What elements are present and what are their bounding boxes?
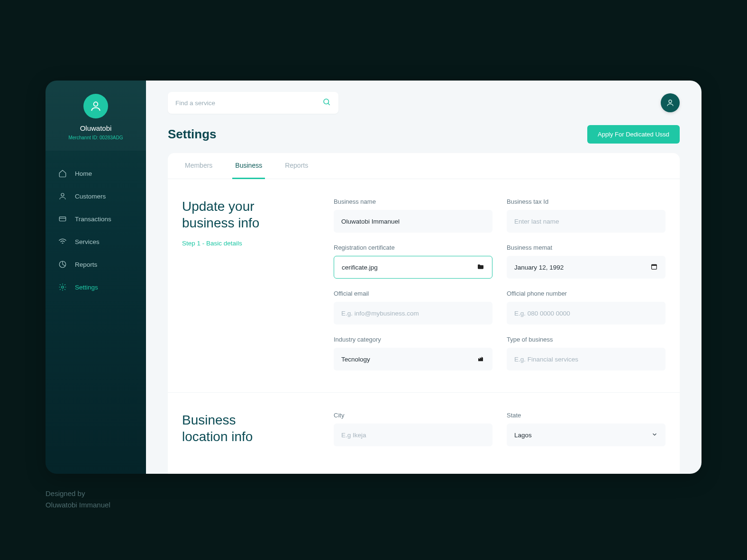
field-email: Official email (334, 290, 492, 325)
design-credit: Designed by Oluwatobi Immanuel (46, 488, 110, 511)
gear-icon (58, 282, 67, 292)
field-industry: Industry category Tecnology (334, 336, 492, 370)
sidebar-item-settings[interactable]: Settings (46, 276, 146, 298)
tab-members[interactable]: Members (182, 153, 215, 179)
tax-id-input[interactable] (507, 210, 665, 233)
field-label: Industry category (334, 336, 492, 343)
date-value: January 12, 1992 (514, 264, 650, 271)
tab-reports[interactable]: Reports (282, 153, 311, 179)
svg-point-6 (324, 99, 329, 104)
sidebar-item-home[interactable]: Home (46, 162, 146, 185)
home-icon (58, 169, 67, 178)
email-input[interactable] (334, 302, 492, 325)
section-location-info: Business location info City State (168, 393, 680, 468)
user-icon (58, 191, 67, 201)
app-window: Oluwatobi Merchannt ID: 00283ADG Home Cu… (46, 81, 701, 474)
svg-line-7 (328, 103, 330, 105)
sidebar-item-reports[interactable]: Reports (46, 253, 146, 276)
sidebar-item-label: Customers (75, 193, 106, 200)
profile-name: Oluwatobi (46, 124, 146, 132)
svg-rect-2 (59, 217, 66, 221)
chevron-down-icon (651, 431, 658, 439)
section-title-line: Update your (182, 199, 255, 214)
section-header: Update your business info Step 1 - Basic… (182, 198, 315, 370)
svg-point-0 (94, 102, 98, 106)
apply-ussd-button[interactable]: Apply For Dedicated Ussd (587, 125, 680, 144)
field-reg-cert: Registration certificate cerificate.jpg (334, 244, 492, 279)
section-business-info: Update your business info Step 1 - Basic… (168, 179, 680, 393)
text-input[interactable] (341, 432, 485, 439)
field-label: Business name (334, 198, 492, 205)
sidebar: Oluwatobi Merchannt ID: 00283ADG Home Cu… (46, 81, 146, 474)
section-step: Step 1 - Basic details (182, 240, 315, 247)
sidebar-item-services[interactable]: Services (46, 230, 146, 253)
section-header: Business location info (182, 412, 315, 446)
section-title-line: business info (182, 216, 259, 230)
industry-icon (477, 355, 485, 364)
field-city: City (334, 412, 492, 446)
field-label: Type of business (507, 336, 665, 343)
folder-icon (477, 263, 484, 272)
tab-business[interactable]: Business (232, 153, 265, 179)
field-business-name: Business name (334, 198, 492, 233)
sidebar-nav: Home Customers Transactions Services Rep… (46, 151, 146, 310)
calendar-icon (650, 263, 658, 272)
user-icon (90, 100, 102, 112)
field-label: Business memat (507, 244, 665, 251)
wifi-icon (58, 237, 67, 246)
user-icon (666, 99, 674, 107)
text-input[interactable] (514, 310, 658, 317)
search-box[interactable] (168, 92, 338, 114)
settings-card: Members Business Reports Update your bus… (168, 153, 680, 474)
sidebar-item-label: Home (75, 170, 92, 177)
svg-point-1 (61, 193, 64, 196)
form-grid: Business name Business tax Id Registrati… (334, 198, 665, 370)
phone-input[interactable] (507, 302, 665, 325)
svg-point-8 (669, 100, 672, 103)
section-title-line: Business (182, 413, 236, 427)
sidebar-item-label: Reports (75, 261, 97, 268)
industry-value: Tecnology (341, 356, 477, 363)
text-input[interactable] (514, 218, 658, 225)
city-input[interactable] (334, 424, 492, 446)
sidebar-item-label: Settings (75, 284, 98, 291)
form-grid: City State Lagos (334, 412, 665, 446)
avatar[interactable] (83, 94, 108, 118)
field-label: City (334, 412, 492, 419)
credit-line: Oluwatobi Immanuel (46, 499, 110, 511)
sidebar-item-transactions[interactable]: Transactions (46, 208, 146, 230)
page-title: Settings (168, 127, 217, 142)
title-row: Settings Apply For Dedicated Ussd (146, 114, 701, 153)
field-label: State (507, 412, 665, 419)
field-label: Official email (334, 290, 492, 297)
state-select[interactable]: Lagos (507, 424, 665, 446)
business-name-input[interactable] (334, 210, 492, 233)
field-phone: Official phone number (507, 290, 665, 325)
search-input[interactable] (175, 99, 322, 107)
text-input[interactable] (514, 356, 658, 363)
svg-point-5 (62, 286, 64, 289)
field-label: Business tax Id (507, 198, 665, 205)
search-icon (322, 98, 331, 108)
card-icon (58, 214, 67, 224)
field-memat: Business memat January 12, 1992 (507, 244, 665, 279)
memat-input[interactable]: January 12, 1992 (507, 256, 665, 279)
reg-cert-input[interactable]: cerificate.jpg (334, 256, 492, 279)
section-title: Business location info (182, 412, 315, 445)
sidebar-item-customers[interactable]: Customers (46, 185, 146, 208)
text-input[interactable] (341, 310, 485, 317)
industry-input[interactable]: Tecnology (334, 348, 492, 370)
field-state: State Lagos (507, 412, 665, 446)
field-label: Official phone number (507, 290, 665, 297)
merchant-id: Merchannt ID: 00283ADG (46, 135, 146, 140)
section-title-line: location info (182, 429, 253, 444)
select-value: Lagos (514, 432, 651, 439)
sidebar-item-label: Transactions (75, 216, 111, 223)
pie-chart-icon (58, 260, 67, 269)
biz-type-input[interactable] (507, 348, 665, 370)
field-biz-type: Type of business (507, 336, 665, 370)
topbar (146, 81, 701, 114)
text-input[interactable] (341, 218, 485, 225)
user-menu[interactable] (661, 93, 680, 112)
svg-rect-10 (652, 264, 657, 266)
